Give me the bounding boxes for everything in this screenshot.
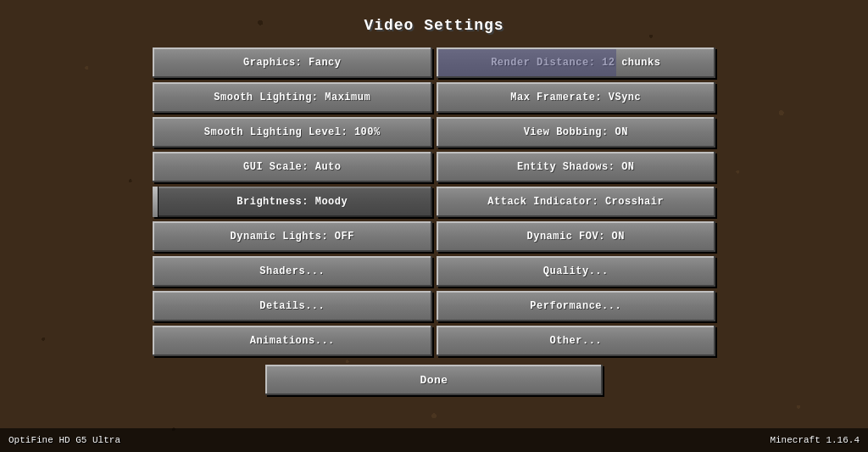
view-bobbing-button[interactable]: View Bobbing: ON [437, 117, 716, 148]
max-framerate-button[interactable]: Max Framerate: VSync [437, 82, 716, 113]
page-title: Video Settings [364, 17, 504, 34]
quality-button[interactable]: Quality... [437, 256, 716, 287]
done-button[interactable]: Done [265, 365, 603, 395]
animations-button[interactable]: Animations... [153, 326, 432, 356]
other-button[interactable]: Other... [437, 326, 716, 356]
brightness-button[interactable]: Brightness: Moody [153, 187, 432, 217]
entity-shadows-button[interactable]: Entity Shadows: ON [437, 152, 716, 182]
performance-button[interactable]: Performance... [437, 291, 716, 321]
dynamic-fov-button[interactable]: Dynamic FOV: ON [437, 221, 716, 252]
brightness-label: Brightness: Moody [236, 196, 348, 208]
details-button[interactable]: Details... [153, 291, 432, 321]
gui-scale-button[interactable]: GUI Scale: Auto [153, 152, 432, 182]
shaders-button[interactable]: Shaders... [153, 256, 432, 287]
dynamic-lights-button[interactable]: Dynamic Lights: OFF [153, 221, 432, 252]
attack-indicator-button[interactable]: Attack Indicator: Crosshair [437, 187, 716, 217]
brightness-slider-handle [153, 187, 158, 217]
settings-grid: Graphics: Fancy Render Distance: 12 chun… [153, 47, 715, 356]
done-row: Done [153, 365, 715, 395]
graphics-button[interactable]: Graphics: Fancy [153, 47, 432, 78]
smooth-lighting-button[interactable]: Smooth Lighting: Maximum [153, 82, 432, 113]
render-distance-button[interactable]: Render Distance: 12 chunks [437, 47, 716, 78]
smooth-lighting-level-button[interactable]: Smooth Lighting Level: 100% [153, 117, 432, 148]
